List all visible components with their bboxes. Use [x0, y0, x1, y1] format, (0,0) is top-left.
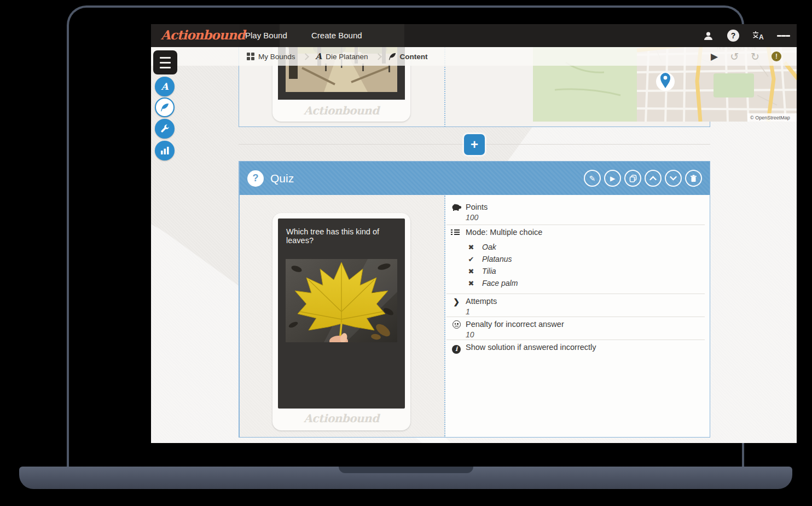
points-icon — [451, 203, 462, 213]
duplicate-button[interactable] — [624, 170, 641, 187]
navbar-icons: ? A — [701, 24, 790, 47]
points-row: Points 100 — [451, 203, 705, 222]
solution-label: Show solution if answered incorrectly — [466, 343, 705, 352]
points-label: Points — [466, 203, 705, 211]
wrong-icon: ✖ — [467, 279, 475, 288]
attempts-icon: ❯ — [451, 297, 462, 306]
breadcrumb: My Bounds A Die Platanen Content — [151, 47, 797, 66]
quill-icon — [160, 103, 169, 112]
redo-button[interactable]: ↻ — [751, 51, 759, 62]
phone-screen: Which tree has this kind of leaves? — [278, 219, 405, 409]
phone-preview-quiz: Which tree has this kind of leaves? — [272, 213, 410, 430]
undo-button[interactable]: ↺ — [730, 51, 739, 62]
breadcrumb-my-bounds[interactable]: My Bounds — [247, 53, 295, 61]
help-icon[interactable]: ? — [727, 29, 740, 42]
rail-results-button[interactable] — [155, 141, 175, 160]
rail-settings-button[interactable] — [155, 119, 175, 139]
preview-divider — [444, 194, 445, 438]
solution-row: i Show solution if answered incorrectly — [451, 343, 705, 352]
divider — [446, 317, 705, 317]
bar-chart-icon — [161, 147, 169, 154]
divider — [446, 294, 705, 294]
quiz-actions: ✎ ▶ — [584, 170, 702, 187]
divider — [446, 225, 705, 225]
actionbound-a-icon: A — [316, 51, 322, 61]
quiz-header: ? Quiz ✎ ▶ — [240, 162, 710, 195]
app-screen: NEUKÖLLN © OpenStreetMap — [151, 24, 797, 443]
menu-icon[interactable] — [777, 29, 790, 42]
breadcrumb-content[interactable]: Content — [388, 53, 428, 61]
wrong-icon: ✖ — [467, 267, 475, 275]
penalty-row: Penalty for incorrect answer 10 — [451, 320, 705, 339]
rail-content-button[interactable] — [155, 97, 175, 117]
top-navbar: Play Bound Create Bound ? — [151, 24, 797, 47]
divider — [446, 340, 705, 340]
quiz-option: ✖ Oak — [467, 243, 496, 251]
attempts-value: 1 — [466, 307, 705, 316]
actionbound-a-icon: A — [161, 81, 168, 92]
chevron-right-icon — [375, 53, 382, 60]
laptop-screen-frame: NEUKÖLLN © OpenStreetMap — [67, 5, 744, 467]
language-icon[interactable]: A — [752, 29, 765, 42]
grid-icon — [247, 53, 254, 60]
laptop-mockup: NEUKÖLLN © OpenStreetMap — [0, 0, 812, 506]
mode-label: Mode: Multiple choice — [466, 228, 705, 237]
map-attribution: © OpenStreetMap — [750, 115, 790, 120]
penalty-label: Penalty for incorrect answer — [466, 320, 705, 329]
sidebar-menu-button[interactable] — [153, 50, 177, 74]
stage-toolbar: ▶ ↺ ↻ ! — [711, 47, 781, 66]
quiz-question-text: Which tree has this kind of leaves? — [286, 227, 398, 245]
warning-button[interactable]: ! — [772, 51, 781, 61]
penalty-value: 10 — [466, 330, 705, 339]
move-down-button[interactable] — [665, 170, 682, 187]
delete-button[interactable] — [685, 170, 702, 187]
add-element-button[interactable]: + — [464, 134, 485, 155]
points-value: 100 — [466, 213, 705, 222]
svg-text:A: A — [759, 33, 764, 41]
quill-icon — [388, 53, 396, 60]
laptop-base — [19, 467, 792, 489]
rail-bound-button[interactable]: A — [155, 77, 175, 96]
actionbound-watermark: Actionbound — [272, 104, 410, 117]
attempts-label: Attempts — [466, 297, 705, 306]
info-icon: i — [451, 343, 462, 354]
mode-row: Mode: Multiple choice — [451, 228, 705, 237]
edit-button[interactable]: ✎ — [584, 170, 601, 187]
wrong-icon: ✖ — [467, 243, 475, 251]
quiz-option: ✖ Face palm — [467, 279, 518, 288]
move-up-button[interactable] — [645, 170, 662, 187]
chevron-right-icon — [302, 53, 309, 60]
quiz-title: Quiz — [270, 172, 294, 185]
attempts-row: ❯ Attempts 1 — [451, 297, 705, 316]
nav-create-bound[interactable]: Create Bound — [311, 24, 362, 47]
map-marker[interactable] — [656, 72, 675, 91]
mode-icon — [451, 228, 460, 236]
leaf-photo — [286, 259, 397, 342]
correct-icon: ✔ — [467, 255, 475, 263]
preview-play-button[interactable]: ▶ — [711, 52, 718, 61]
quiz-option: ✖ Tilia — [467, 267, 496, 275]
wrench-icon — [160, 124, 170, 134]
quiz-option: ✔ Platanus — [467, 255, 512, 263]
actionbound-logo[interactable]: Actionbound — [161, 27, 245, 42]
actionbound-watermark: Actionbound — [272, 412, 410, 425]
quiz-type-icon: ? — [247, 170, 264, 187]
laptop-notch — [339, 467, 473, 473]
nav-play-bound[interactable]: Play Bound — [245, 24, 287, 47]
penalty-icon — [451, 320, 462, 331]
breadcrumb-bound-name[interactable]: A Die Platanen — [316, 51, 368, 61]
play-button[interactable]: ▶ — [604, 170, 621, 187]
user-icon[interactable] — [701, 29, 715, 42]
